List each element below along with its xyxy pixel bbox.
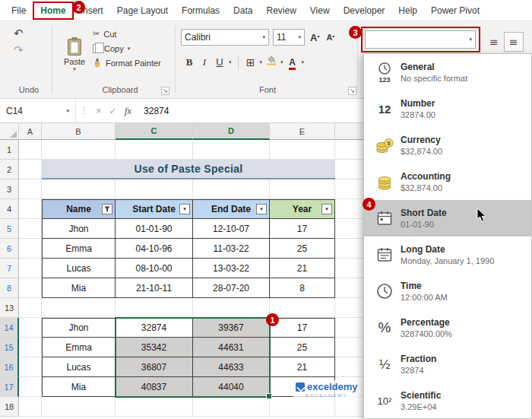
cell[interactable] — [116, 179, 193, 199]
underline-button[interactable]: U — [213, 54, 226, 71]
undo-icon[interactable]: ↶ — [14, 27, 24, 40]
col-header-e[interactable]: E — [270, 123, 335, 140]
cell[interactable]: Emma — [42, 338, 116, 357]
cell[interactable]: 35342 — [116, 338, 193, 357]
cell[interactable] — [116, 298, 193, 318]
number-format-combobox[interactable]: ▾ — [365, 30, 476, 49]
format-option-long-date[interactable]: Long DateMonday, January 1, 1990 — [364, 236, 531, 273]
cell[interactable]: 28-07-20 — [193, 278, 270, 298]
cell[interactable]: 25 — [270, 338, 335, 357]
font-name-combobox[interactable]: Calibri ▾ — [181, 29, 269, 46]
format-option-general[interactable]: 123 GeneralNo specific format — [364, 54, 531, 90]
cell[interactable]: Emma — [42, 239, 116, 259]
cell[interactable] — [42, 140, 116, 160]
cell[interactable]: Mia — [42, 278, 116, 298]
format-option-currency[interactable]: $ Currency$32,874.00 — [364, 127, 531, 163]
cell[interactable]: 44631 — [193, 338, 270, 357]
cell[interactable] — [193, 179, 270, 199]
italic-button[interactable]: I — [198, 54, 211, 71]
paste-button[interactable]: Paste ▾ — [59, 27, 90, 82]
header-cell-name[interactable]: Name — [42, 199, 116, 219]
cell[interactable] — [19, 239, 42, 259]
cancel-button[interactable]: × — [96, 105, 102, 116]
cell[interactable]: 36807 — [116, 357, 193, 377]
chevron-down-icon[interactable]: ▾ — [280, 59, 283, 65]
format-painter-button[interactable]: Format Painter — [93, 59, 161, 68]
row-header[interactable]: 8 — [0, 278, 19, 298]
formula-bar-value[interactable]: 32874 — [144, 106, 169, 116]
tab-help[interactable]: Help — [391, 1, 424, 21]
cell[interactable] — [193, 140, 270, 160]
format-option-scientific[interactable]: 10² Scientific3.29E+04 — [364, 382, 531, 419]
tab-data[interactable]: Data — [226, 1, 259, 21]
tab-formulas[interactable]: Formulas — [175, 1, 226, 21]
cell[interactable] — [19, 199, 42, 219]
cell[interactable] — [19, 278, 42, 298]
cell[interactable] — [193, 298, 270, 318]
cell[interactable]: 40837 — [116, 377, 193, 397]
cell[interactable]: 17 — [270, 219, 335, 239]
row-header[interactable]: 4 — [0, 199, 19, 219]
header-cell-start-date[interactable]: Start Date▾ — [116, 199, 193, 219]
cell[interactable] — [116, 397, 193, 417]
tab-home[interactable]: Home — [33, 2, 73, 20]
insert-function-button[interactable]: fx — [125, 105, 131, 117]
cell[interactable] — [270, 298, 335, 318]
active-cell-c14[interactable]: 32874 — [116, 318, 193, 338]
cell[interactable] — [42, 298, 116, 318]
fill-color-button[interactable] — [264, 54, 278, 71]
cell[interactable] — [193, 397, 270, 417]
tab-page-layout[interactable]: Page Layout — [110, 1, 175, 21]
row-header[interactable]: 15 — [0, 338, 19, 357]
cell[interactable]: 08-10-00 — [116, 259, 193, 278]
clipboard-dialog-launcher[interactable]: ↘ — [161, 87, 169, 95]
format-option-time[interactable]: Time12:00:00 AM — [364, 273, 531, 309]
font-color-button[interactable]: A — [286, 54, 299, 71]
cell[interactable]: 8 — [270, 278, 335, 298]
tab-view[interactable]: View — [303, 1, 337, 21]
format-as-table-collapsed-icon[interactable]: ≡ — [504, 32, 524, 52]
cell[interactable] — [42, 179, 116, 199]
cell[interactable]: 21 — [270, 357, 335, 377]
sheet-title-cell[interactable]: Use of Paste Special — [42, 160, 335, 179]
bold-button[interactable]: B — [182, 54, 196, 71]
cell[interactable] — [19, 318, 42, 338]
format-option-fraction[interactable]: ½ Fraction32874 — [364, 346, 531, 382]
cell[interactable] — [19, 377, 42, 397]
chevron-down-icon[interactable]: ▾ — [302, 59, 305, 65]
cell[interactable] — [116, 140, 193, 160]
filter-button[interactable]: ▾ — [321, 204, 332, 214]
tab-developer[interactable]: Developer — [337, 1, 392, 21]
format-option-percentage[interactable]: % Percentage3287400.00% — [364, 309, 531, 346]
cell[interactable] — [270, 397, 335, 417]
cell[interactable]: 44040 — [193, 377, 270, 397]
cell[interactable] — [270, 179, 335, 199]
row-header[interactable]: 6 — [0, 239, 19, 259]
header-cell-end-date[interactable]: End Date▾ — [193, 199, 270, 219]
cell[interactable] — [19, 259, 42, 278]
font-size-combobox[interactable]: 11 ▾ — [273, 29, 305, 46]
cell[interactable] — [270, 140, 335, 160]
format-option-number[interactable]: 12 Number32874.00 — [364, 90, 531, 127]
cell[interactable]: 01-01-90 — [116, 219, 193, 239]
filter-button[interactable] — [102, 204, 112, 214]
row-header[interactable]: 7 — [0, 259, 19, 278]
cell[interactable]: Jhon — [42, 318, 116, 338]
tab-power-pivot[interactable]: Power Pivot — [424, 1, 486, 21]
cell[interactable] — [19, 140, 42, 160]
col-header-a[interactable]: A — [19, 123, 42, 140]
row-header[interactable]: 2 — [0, 160, 19, 179]
row-header[interactable]: 1 — [0, 140, 19, 160]
filter-button[interactable]: ▾ — [256, 204, 267, 214]
chevron-down-icon[interactable]: ▾ — [260, 59, 263, 65]
cell[interactable]: 44633 — [193, 357, 270, 377]
cell[interactable]: Lucas — [42, 357, 116, 377]
cell[interactable]: 13-03-22 — [193, 259, 270, 278]
row-header[interactable]: 18 — [0, 397, 19, 417]
chevron-down-icon[interactable]: ▾ — [229, 59, 232, 65]
cell[interactable]: 21-10-11 — [116, 278, 193, 298]
row-header[interactable]: 16 — [0, 357, 19, 377]
row-header[interactable]: 14 — [0, 318, 19, 338]
cell[interactable]: 12-10-07 — [193, 219, 270, 239]
cell[interactable] — [19, 397, 42, 417]
